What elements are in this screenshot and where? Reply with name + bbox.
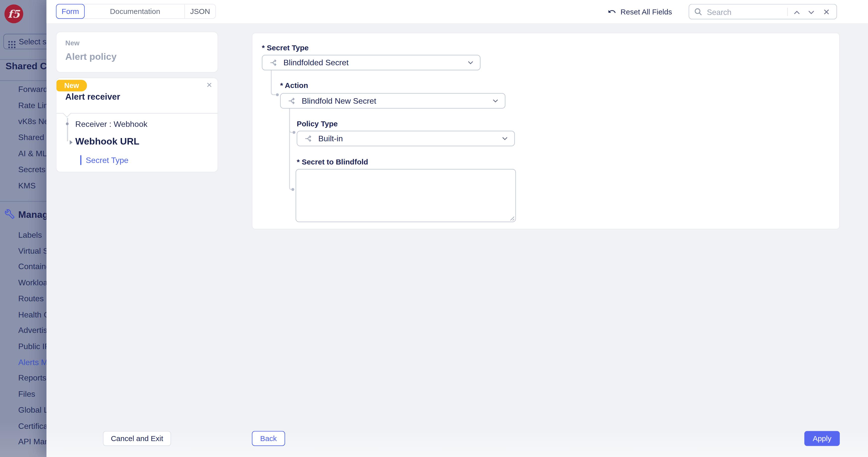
sidebar-item-secrets[interactable]: Secrets xyxy=(18,164,45,175)
sidebar-item-alerts-management[interactable]: Alerts Ma xyxy=(18,357,46,368)
sidebar-item-files[interactable]: Files xyxy=(18,388,35,399)
sidebar-divider xyxy=(0,59,46,60)
sidebar-item-advertise[interactable]: Advertise xyxy=(18,325,46,336)
apply-button[interactable]: Apply xyxy=(804,431,840,446)
close-icon[interactable]: × xyxy=(207,80,212,90)
receiver-card-title: Alert receiver xyxy=(65,92,120,102)
secret-type-value: Blindfolded Secret xyxy=(283,58,349,67)
policy-type-value: Built-in xyxy=(318,134,343,143)
secret-to-blindfold-textarea[interactable] xyxy=(296,169,516,222)
tree-item-receiver-webhook[interactable]: Receiver : Webhook xyxy=(75,119,147,130)
sidebar-item-virtual-sites[interactable]: Virtual Si xyxy=(18,246,46,256)
new-badge: New xyxy=(57,80,87,91)
tree-bullet-icon xyxy=(66,122,69,125)
f5-logo[interactable]: f5 xyxy=(4,4,23,23)
alert-policy-context-card: New Alert policy xyxy=(56,32,218,73)
sidebar-item-vk8s-networks[interactable]: vK8s Net xyxy=(18,116,46,127)
secret-type-form-card: * Secret Type Blindfolded Secret * Actio… xyxy=(252,33,840,229)
cancel-and-exit-button[interactable]: Cancel and Exit xyxy=(103,431,171,446)
tree-item-webhook-url[interactable]: Webhook URL xyxy=(75,136,140,147)
action-value: Blindfold New Secret xyxy=(302,96,376,106)
context-title: Alert policy xyxy=(65,52,117,62)
select-service-label: Select se xyxy=(19,37,46,46)
sidebar-item-forwarding[interactable]: Forward xyxy=(18,84,46,95)
branch-icon xyxy=(304,134,313,143)
chevron-down-icon[interactable] xyxy=(804,4,817,20)
policy-type-label: Policy Type xyxy=(297,120,338,128)
search-input[interactable] xyxy=(706,4,785,20)
resize-grip-icon[interactable] xyxy=(509,216,514,221)
sidebar-item-containers[interactable]: Containe xyxy=(18,261,46,272)
chevron-down-icon xyxy=(468,61,473,64)
active-tree-indicator xyxy=(80,155,82,165)
tab-form[interactable]: Form xyxy=(56,4,85,19)
tree-connector-line xyxy=(67,118,68,141)
sidebar-item-global-log[interactable]: Global Lo xyxy=(18,404,46,416)
sidebar-section-heading: Shared Co xyxy=(5,61,46,72)
reset-icon xyxy=(607,7,617,17)
context-eyebrow: New xyxy=(65,39,80,47)
sidebar-item-shared[interactable]: Shared C xyxy=(18,132,46,143)
action-label: * Action xyxy=(280,82,308,90)
sidebar-item-health-checks[interactable]: Health C xyxy=(18,309,46,320)
sidebar-divider xyxy=(0,80,46,81)
select-service-button[interactable]: Select se xyxy=(3,34,46,49)
sidebar-item-workloads[interactable]: Workload xyxy=(18,277,46,288)
chevron-down-icon xyxy=(493,99,498,103)
sidebar-item-reports[interactable]: Reports xyxy=(18,372,46,383)
caret-notch xyxy=(63,109,71,117)
receiver-card-divider xyxy=(57,113,218,114)
back-button[interactable]: Back xyxy=(252,431,285,446)
reset-all-fields-button[interactable]: Reset All Fields xyxy=(607,0,672,23)
policy-type-select[interactable]: Built-in xyxy=(297,131,515,146)
sidebar: f5 Select se Shared Co Forward Rate Lim … xyxy=(0,0,46,457)
search-close-icon[interactable]: ✕ xyxy=(820,4,833,20)
branch-icon xyxy=(269,58,278,67)
alert-receiver-panel: Form Documentation JSON Reset All Fields xyxy=(46,0,868,457)
alert-receiver-card: New × Alert receiver Receiver : Webhook … xyxy=(56,78,218,172)
tab-documentation[interactable]: Documentation xyxy=(85,4,185,19)
search-divider xyxy=(787,8,787,16)
view-tabs: Form Documentation JSON xyxy=(56,4,216,19)
search-icon xyxy=(694,8,703,16)
action-select[interactable]: Blindfold New Secret xyxy=(280,93,505,108)
wrench-icon xyxy=(4,209,15,219)
tab-json[interactable]: JSON xyxy=(184,4,215,19)
sidebar-item-kms[interactable]: KMS xyxy=(18,180,36,191)
f5-logo-text: f5 xyxy=(8,8,20,20)
grid-9-dots-icon xyxy=(8,40,10,42)
sidebar-item-certificates[interactable]: Certifica xyxy=(18,420,46,431)
tree-arrow-icon xyxy=(70,140,72,145)
search-box: ✕ xyxy=(689,4,837,20)
branch-icon xyxy=(287,96,296,106)
chevron-up-icon[interactable] xyxy=(790,4,803,20)
secret-type-select[interactable]: Blindfolded Secret xyxy=(262,55,480,70)
tree-item-secret-type[interactable]: Secret Type xyxy=(86,154,128,166)
secret-type-label: * Secret Type xyxy=(262,44,309,53)
sidebar-item-api-management[interactable]: API Mana xyxy=(18,436,46,447)
chevron-down-icon xyxy=(502,137,507,140)
sidebar-item-labels[interactable]: Labels xyxy=(18,229,42,240)
panel-topbar: Form Documentation JSON Reset All Fields xyxy=(46,0,868,23)
screen: f5 Select se Shared Co Forward Rate Lim … xyxy=(0,0,868,457)
sidebar-item-rate-limiting[interactable]: Rate Lim xyxy=(18,100,46,111)
sidebar-item-public-ip[interactable]: Public IP xyxy=(18,341,46,351)
secret-to-blindfold-label: * Secret to Blindfold xyxy=(297,158,368,167)
sidebar-divider xyxy=(0,201,46,202)
sidebar-manage-heading: Manage xyxy=(18,209,46,220)
sidebar-item-ai-ml[interactable]: AI & ML xyxy=(18,148,46,159)
secret-to-blindfold-field xyxy=(296,169,516,222)
reset-all-fields-label: Reset All Fields xyxy=(620,7,672,16)
sidebar-item-routes[interactable]: Routes xyxy=(18,293,43,304)
